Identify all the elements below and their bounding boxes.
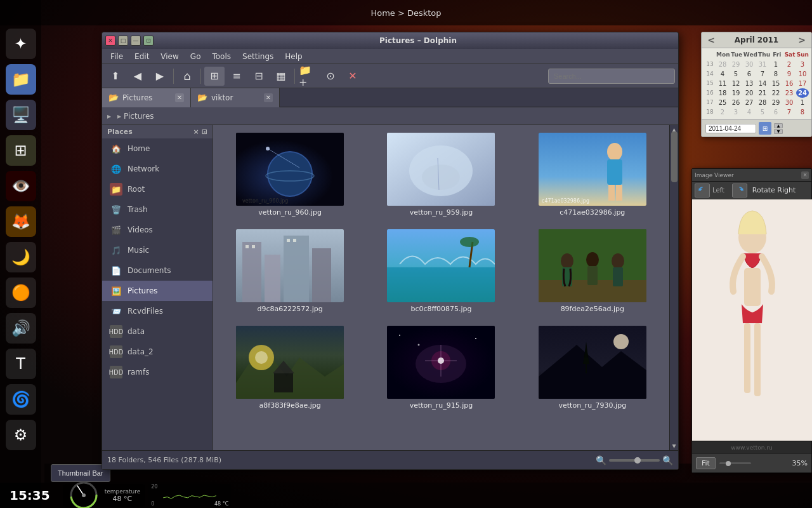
cal-day-18[interactable]: 18 — [716, 88, 729, 98]
zoom-out-icon[interactable]: 🔍 — [596, 455, 606, 465]
cal-day-next-4[interactable]: 4 — [743, 107, 756, 117]
zoom-in-icon[interactable]: 🔍 — [662, 455, 673, 465]
scrollbar[interactable]: ▲ ▼ — [669, 125, 678, 450]
menu-help[interactable]: Help — [280, 51, 307, 62]
cal-day-next-8[interactable]: 8 — [796, 107, 809, 117]
file-item-4[interactable]: bc0c8ff00875.jpg — [369, 227, 513, 316]
file-item-6[interactable]: a8f383f9e8ae.jpg — [218, 323, 362, 412]
cal-day-9[interactable]: 9 — [783, 69, 796, 79]
dock-icon-app7[interactable]: 🔊 — [6, 313, 36, 344]
maximize-button[interactable]: ⊡ — [143, 36, 154, 46]
cal-day-28[interactable]: 28 — [756, 98, 769, 107]
file-grid[interactable]: vetton_ru_960.jpg vetton_ru_960.jpg — [213, 125, 669, 450]
dock-icon-app5[interactable]: 🌙 — [6, 242, 36, 272]
cal-day-next-5[interactable]: 5 — [756, 107, 769, 117]
dock-icon-app9[interactable]: 🌀 — [6, 384, 36, 415]
dock-icon-app4[interactable]: 👁️ — [6, 171, 36, 201]
cal-spin-down[interactable]: ▼ — [774, 129, 783, 134]
view-icons-button[interactable]: ⊞ — [204, 67, 225, 86]
tab-close-pictures[interactable]: ✕ — [175, 93, 184, 102]
sidebar-item-rcvdfiles[interactable]: 📨 RcvdFiles — [102, 301, 213, 321]
cal-day-may-1[interactable]: 1 — [796, 98, 809, 107]
cal-day-3[interactable]: 3 — [796, 60, 809, 69]
tab-pictures[interactable]: 📂 Pictures ✕ — [102, 88, 191, 107]
cal-day-next-3[interactable]: 3 — [730, 107, 742, 117]
menu-view[interactable]: View — [155, 51, 183, 62]
cal-day-next-7[interactable]: 7 — [783, 107, 796, 117]
cal-prev-button[interactable]: < — [705, 35, 717, 45]
cal-day-26[interactable]: 26 — [730, 98, 742, 107]
cal-day-25[interactable]: 25 — [716, 98, 729, 107]
iv-rotate-right-button[interactable] — [732, 184, 747, 197]
cal-day-next-6[interactable]: 6 — [769, 107, 782, 117]
iv-close-button[interactable]: × — [801, 171, 809, 179]
sidebar-item-trash[interactable]: 🗑️ Trash — [102, 199, 213, 220]
sidebar-item-videos[interactable]: 🎬 Videos — [102, 220, 213, 240]
cal-day-19[interactable]: 19 — [730, 88, 742, 98]
sidebar-item-network[interactable]: 🌐 Network — [102, 159, 213, 179]
sidebar-item-data2[interactable]: HDD data_2 — [102, 342, 213, 362]
cal-day-28-prev[interactable]: 28 — [716, 60, 729, 69]
cal-day-16[interactable]: 16 — [783, 79, 796, 88]
menu-tools[interactable]: Tools — [207, 51, 236, 62]
dock-icon-app6[interactable]: 🟠 — [6, 277, 36, 308]
cal-day-8[interactable]: 8 — [769, 69, 782, 79]
menu-edit[interactable]: Edit — [129, 51, 154, 62]
dock-icon-app10[interactable]: ⚙️ — [6, 420, 36, 450]
iv-zoom-slider[interactable] — [719, 462, 751, 464]
cal-day-21[interactable]: 21 — [756, 88, 769, 98]
dock-icon-star[interactable]: ✦ — [6, 29, 36, 59]
home-button[interactable]: ⌂ — [177, 67, 197, 86]
sidebar-item-home[interactable]: 🏠 Home — [102, 138, 213, 159]
cal-day-2[interactable]: 2 — [783, 60, 796, 69]
sidebar-item-music[interactable]: 🎵 Music — [102, 240, 213, 260]
cal-spin-up[interactable]: ▲ — [774, 123, 783, 128]
cal-day-27[interactable]: 27 — [743, 98, 756, 107]
cal-next-button[interactable]: > — [796, 35, 808, 45]
scroll-thumb[interactable] — [671, 131, 678, 182]
unpin-button[interactable]: □ — [118, 36, 128, 46]
file-item-1[interactable]: vetton_ru_959.jpg — [369, 130, 513, 219]
sidebar-config-icon[interactable]: × — [193, 128, 199, 136]
cal-day-29-prev[interactable]: 29 — [730, 60, 742, 69]
file-item-0[interactable]: vetton_ru_960.jpg vetton_ru_960.jpg — [218, 130, 362, 219]
cal-day-29[interactable]: 29 — [769, 98, 782, 107]
cal-day-20[interactable]: 20 — [743, 88, 756, 98]
dock-icon-app1[interactable]: 📁 — [6, 64, 36, 95]
sidebar-item-pictures[interactable]: 🖼️ Pictures — [102, 281, 213, 301]
delete-button[interactable]: ✕ — [343, 67, 363, 86]
close-button[interactable]: ✕ — [105, 36, 115, 46]
cal-day-4[interactable]: 4 — [716, 69, 729, 79]
cal-day-22[interactable]: 22 — [769, 88, 782, 98]
sidebar-item-documents[interactable]: 📄 Documents — [102, 260, 213, 281]
cal-day-14[interactable]: 14 — [756, 79, 769, 88]
view-list-button[interactable]: ≡ — [226, 67, 247, 86]
tab-viktor[interactable]: 📂 viktor ✕ — [191, 88, 280, 107]
view-compact-button[interactable]: ⊟ — [249, 67, 269, 86]
copy-button[interactable]: ⊙ — [320, 67, 341, 86]
cal-day-15[interactable]: 15 — [769, 79, 782, 88]
dock-icon-firefox[interactable]: 🦊 — [6, 206, 36, 237]
file-item-2[interactable]: c471ae032986.jpg c471ae032986.jpg — [521, 130, 664, 219]
sidebar-item-root[interactable]: 📁 Root — [102, 179, 213, 199]
cal-day-5[interactable]: 5 — [730, 69, 742, 79]
cal-day-10[interactable]: 10 — [796, 69, 809, 79]
cal-day-6[interactable]: 6 — [743, 69, 756, 79]
cal-day-17[interactable]: 17 — [796, 79, 809, 88]
cal-day-31-prev[interactable]: 31 — [756, 60, 769, 69]
dock-icon-app3[interactable]: ⊞ — [6, 135, 36, 166]
cal-grid-icon[interactable]: ⊞ — [759, 122, 771, 135]
forward-button[interactable]: ▶ — [150, 67, 170, 86]
sidebar-expand-icon[interactable]: ⊡ — [202, 128, 207, 136]
zoom-slider[interactable] — [609, 459, 660, 462]
cal-day-next-2[interactable]: 2 — [716, 107, 729, 117]
iv-rotate-left-button[interactable] — [695, 184, 710, 197]
tab-close-viktor[interactable]: ✕ — [264, 93, 273, 102]
cal-day-24-today[interactable]: 24 — [796, 88, 809, 98]
minimize-button[interactable]: — — [131, 36, 141, 46]
file-item-3[interactable]: d9c8a6222572.jpg — [218, 227, 362, 316]
view-detail-button[interactable]: ▦ — [271, 67, 291, 86]
back-button[interactable]: ◀ — [128, 67, 148, 86]
menu-file[interactable]: File — [105, 51, 128, 62]
cal-day-30-prev[interactable]: 30 — [743, 60, 756, 69]
